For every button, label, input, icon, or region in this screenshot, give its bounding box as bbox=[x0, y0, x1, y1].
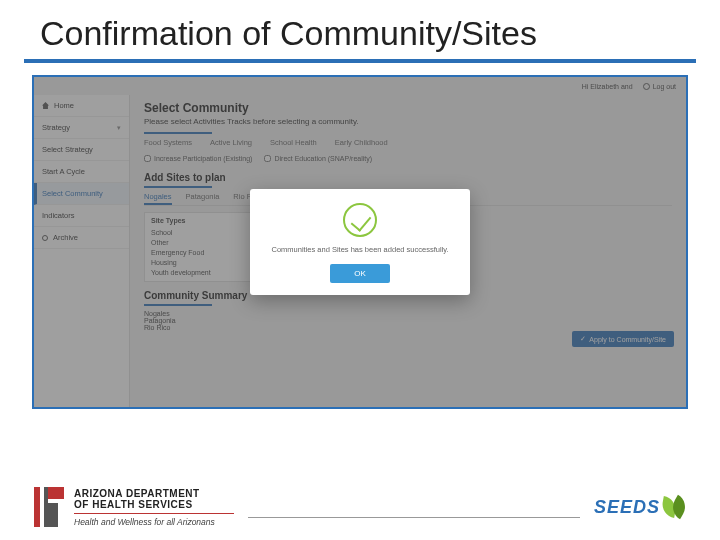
azdhs-logo: ARIZONA DEPARTMENT OF HEALTH SERVICES He… bbox=[34, 487, 234, 527]
azdhs-mark-icon bbox=[34, 487, 64, 527]
ok-button[interactable]: OK bbox=[330, 264, 390, 283]
seeds-logo: SEEDS bbox=[594, 497, 686, 518]
dept-tagline: Health and Wellness for all Arizonans bbox=[74, 517, 234, 527]
footer-divider bbox=[248, 517, 580, 518]
seeds-wordmark: SEEDS bbox=[594, 497, 660, 518]
title-underline bbox=[24, 59, 696, 63]
dept-name-line2: OF HEALTH SERVICES bbox=[74, 499, 234, 510]
success-modal: Communities and Sites has been added suc… bbox=[250, 189, 470, 295]
modal-message: Communities and Sites has been added suc… bbox=[264, 245, 456, 254]
screenshot-frame: Hi Elizabeth and Log out Home Strategy ▾… bbox=[32, 75, 688, 409]
slide-footer: ARIZONA DEPARTMENT OF HEALTH SERVICES He… bbox=[0, 474, 720, 540]
app-window: Hi Elizabeth and Log out Home Strategy ▾… bbox=[34, 77, 686, 407]
success-check-icon bbox=[343, 203, 377, 237]
dept-name-line1: ARIZONA DEPARTMENT bbox=[74, 488, 234, 499]
dept-divider bbox=[74, 513, 234, 514]
slide-title: Confirmation of Community/Sites bbox=[0, 0, 720, 59]
